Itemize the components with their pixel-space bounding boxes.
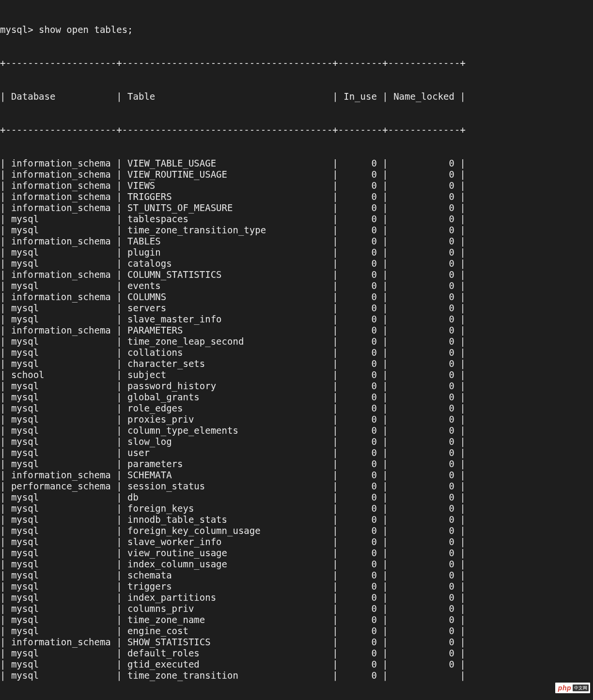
table-row: | mysql | view_routine_usage | 0 | 0 | — [0, 548, 593, 559]
table-row: | mysql | db | 0 | 0 | — [0, 492, 593, 503]
table-row: | mysql | plugin | 0 | 0 | — [0, 247, 593, 258]
prompt-line[interactable]: mysql> show open tables; — [0, 24, 593, 35]
watermark-badge: php 中文网 — [555, 683, 590, 693]
table-row: | mysql | default_roles | 0 | 0 | — [0, 648, 593, 659]
table-row: | information_schema | SCHEMATA | 0 | 0 … — [0, 470, 593, 481]
table-row: | information_schema | VIEW_ROUTINE_USAG… — [0, 169, 593, 180]
table-body: | information_schema | VIEW_TABLE_USAGE … — [0, 158, 593, 681]
table-row: | information_schema | COLUMNS | 0 | 0 | — [0, 291, 593, 303]
table-row: | mysql | schemata | 0 | 0 | — [0, 570, 593, 581]
table-row: | mysql | time_zone_transition_type | 0 … — [0, 225, 593, 236]
table-row: | school | subject | 0 | 0 | — [0, 369, 593, 380]
table-row: | mysql | index_partitions | 0 | 0 | — [0, 592, 593, 603]
watermark-tag: 中文网 — [573, 685, 589, 691]
watermark-text: php — [555, 683, 573, 693]
table-row: | mysql | gtid_executed | 0 | 0 | — [0, 659, 593, 670]
table-row: | mysql | index_column_usage | 0 | 0 | — [0, 559, 593, 570]
table-row: | mysql | column_type_elements | 0 | 0 | — [0, 425, 593, 436]
prompt-prefix: mysql> — [0, 24, 39, 35]
table-row: | mysql | slave_master_info | 0 | 0 | — [0, 314, 593, 325]
table-row: | mysql | parameters | 0 | 0 | — [0, 458, 593, 470]
table-header-row: | Database | Table | In_use | Name_locke… — [0, 91, 593, 102]
table-row: | information_schema | TRIGGERS | 0 | 0 … — [0, 191, 593, 202]
table-row: | mysql | tablespaces | 0 | 0 | — [0, 213, 593, 225]
table-row: | mysql | slave_worker_info | 0 | 0 | — [0, 536, 593, 548]
table-row: | mysql | proxies_priv | 0 | 0 | — [0, 414, 593, 425]
table-row: | mysql | foreign_key_column_usage | 0 |… — [0, 525, 593, 536]
table-row: | mysql | time_zone_name | 0 | 0 | — [0, 614, 593, 625]
table-row: | information_schema | VIEWS | 0 | 0 | — [0, 180, 593, 191]
table-row: | mysql | engine_cost | 0 | 0 | — [0, 625, 593, 637]
table-row: | information_schema | COLUMN_STATISTICS… — [0, 269, 593, 280]
table-row: | mysql | collations | 0 | 0 | — [0, 347, 593, 358]
table-row: | mysql | triggers | 0 | 0 | — [0, 581, 593, 592]
terminal-output: mysql> show open tables; +--------------… — [0, 0, 593, 700]
table-row: | mysql | time_zone_leap_second | 0 | 0 … — [0, 336, 593, 347]
table-row: | mysql | slow_log | 0 | 0 | — [0, 436, 593, 447]
table-border-top: +--------------------+------------------… — [0, 58, 593, 69]
table-row: | mysql | columns_priv | 0 | 0 | — [0, 603, 593, 614]
table-row: | mysql | character_sets | 0 | 0 | — [0, 358, 593, 369]
table-row: | information_schema | SHOW_STATISTICS |… — [0, 637, 593, 648]
command-text: show open tables; — [39, 24, 133, 35]
table-row: | information_schema | PARAMETERS | 0 | … — [0, 325, 593, 336]
table-row: | mysql | role_edges | 0 | 0 | — [0, 403, 593, 414]
table-row: | mysql | user | 0 | 0 | — [0, 447, 593, 458]
table-row: | information_schema | ST_UNITS_OF_MEASU… — [0, 202, 593, 213]
table-row: | mysql | foreign_keys | 0 | 0 | — [0, 503, 593, 514]
table-row: | mysql | servers | 0 | 0 | — [0, 303, 593, 314]
table-row: | mysql | events | 0 | 0 | — [0, 280, 593, 291]
table-row: | performance_schema | session_status | … — [0, 481, 593, 492]
table-row: | mysql | innodb_table_stats | 0 | 0 | — [0, 514, 593, 525]
table-row: | information_schema | TABLES | 0 | 0 | — [0, 236, 593, 247]
table-border-mid: +--------------------+------------------… — [0, 124, 593, 136]
table-row: | mysql | global_grants | 0 | 0 | — [0, 392, 593, 403]
table-row: | mysql | catalogs | 0 | 0 | — [0, 258, 593, 269]
table-row: | mysql | time_zone_transition | 0 | | — [0, 670, 593, 681]
table-row: | information_schema | VIEW_TABLE_USAGE … — [0, 158, 593, 169]
table-row: | mysql | password_history | 0 | 0 | — [0, 380, 593, 392]
